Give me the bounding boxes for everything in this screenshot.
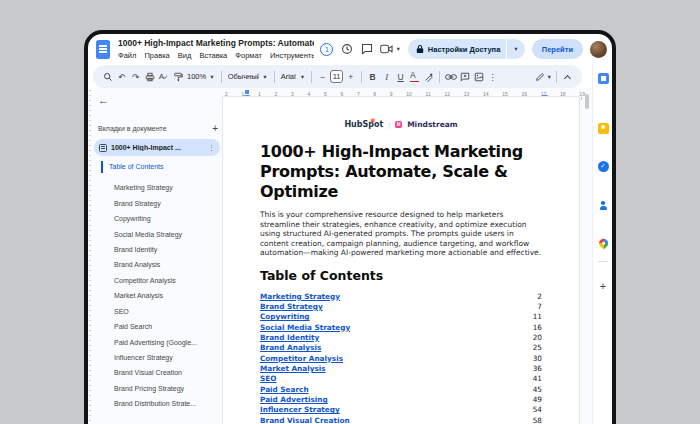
toc-link[interactable]: Brand Analysis	[260, 343, 321, 352]
toolbar-divider	[311, 71, 312, 83]
outline-item[interactable]: Competitor Analysis	[107, 273, 220, 288]
toolbar-divider	[361, 71, 362, 83]
tab-options-icon[interactable]: ⋮	[208, 144, 215, 152]
google-side-panel: ✓ +	[592, 62, 612, 424]
outline-item[interactable]: Paid Search	[107, 319, 220, 334]
hubspot-sprocket-icon: ✱	[370, 117, 375, 125]
add-comment-icon[interactable]	[458, 68, 471, 85]
toc-page-number: 11	[533, 312, 542, 321]
toc-link[interactable]: Brand Identity	[260, 333, 319, 342]
outline-item[interactable]: Paid Advertising (Google...	[107, 334, 220, 349]
highlight-color-icon[interactable]	[422, 68, 435, 85]
outline-item[interactable]: Brand Distribution Strate...	[107, 396, 220, 411]
google-contacts-icon[interactable]	[597, 200, 609, 212]
font-size-input[interactable]: 11	[330, 70, 343, 83]
user-avatar[interactable]	[590, 41, 607, 58]
toc-link[interactable]: Competitor Analysis	[260, 354, 343, 363]
toc-page-number: 16	[533, 323, 542, 332]
toc-row: Copywriting 11	[260, 312, 542, 322]
toc-link[interactable]: Influencer Strategy	[260, 405, 340, 414]
toc-link[interactable]: Paid Search	[260, 385, 309, 394]
editing-mode-pen-icon[interactable]: ▼	[535, 68, 552, 85]
outline-item[interactable]: Copywriting	[107, 211, 220, 226]
toc-link[interactable]: Marketing Strategy	[260, 292, 340, 301]
decrease-font-size-button[interactable]: −	[316, 68, 329, 85]
outline-item[interactable]: Marketing Strategy	[107, 180, 220, 195]
toc-row: Social Media Strategy 16	[260, 322, 542, 332]
back-arrow-icon[interactable]: ←	[98, 94, 109, 106]
chevron-down-icon: ▼	[262, 74, 267, 80]
collaborator-count-badge[interactable]: 1	[320, 43, 333, 56]
spellcheck-icon[interactable]: A✓	[157, 68, 170, 85]
menu-item[interactable]: Вид	[178, 51, 192, 60]
share-button[interactable]: Настройки Доступа ▼	[408, 39, 525, 59]
outline-item[interactable]: Brand Analysis	[107, 257, 220, 272]
google-calendar-icon[interactable]	[597, 72, 609, 84]
font-select[interactable]: Arial ▼	[279, 68, 307, 85]
outline-item[interactable]: Social Media Strategy	[107, 226, 220, 241]
toc-link[interactable]: Brand Visual Creation	[260, 416, 350, 424]
insert-image-icon[interactable]	[472, 68, 485, 85]
insert-link-icon[interactable]	[444, 68, 457, 85]
chevron-down-icon: ▼	[209, 74, 214, 80]
menu-item[interactable]: Формат	[235, 51, 262, 60]
undo-icon[interactable]: ↶	[115, 68, 128, 85]
document-page[interactable]: HubSpot ✱ | M Mindstream 1000+ High-Impa…	[222, 96, 580, 424]
document-title[interactable]: 1000+ High-Impact Marketing Prompts: Aut…	[118, 38, 314, 48]
outline-item[interactable]: Brand Visual Creation	[107, 365, 220, 380]
get-addons-plus-icon[interactable]: +	[597, 280, 609, 292]
toc-link[interactable]: Paid Advertising	[260, 395, 328, 404]
document-intro-paragraph: This is your comprehensive resource desi…	[260, 210, 542, 258]
google-tasks-icon[interactable]: ✓	[597, 160, 609, 172]
share-dropdown[interactable]: ▼	[506, 39, 524, 59]
menu-item[interactable]: Вставка	[199, 51, 227, 60]
vertical-scrollbar[interactable]	[585, 94, 589, 109]
outline-item[interactable]: Influencer Strategy	[107, 350, 220, 365]
bold-button[interactable]: B	[366, 68, 379, 85]
underline-button[interactable]: U	[394, 68, 407, 85]
menu-item[interactable]: Файл	[118, 51, 136, 60]
active-document-tab[interactable]: 1000+ High-Impact ... ⋮	[94, 139, 220, 156]
outline-item[interactable]: Market Analysis	[107, 288, 220, 303]
paragraph-style-select[interactable]: Обычный ... ▼	[226, 68, 270, 85]
version-history-icon[interactable]	[340, 43, 353, 56]
toc-row: Influencer Strategy 54	[260, 405, 542, 415]
google-keep-icon[interactable]	[597, 122, 609, 134]
outline-item[interactable]: SEO	[107, 304, 220, 319]
toc-link[interactable]: SEO	[260, 374, 276, 383]
go-button[interactable]: Перейти	[532, 39, 583, 59]
brand-logos: HubSpot ✱ | M Mindstream	[260, 119, 542, 129]
outline-item-active[interactable]: Table of Contents	[101, 161, 163, 173]
toc-link[interactable]: Market Analysis	[260, 364, 326, 373]
collapse-toolbar-icon[interactable]	[561, 68, 574, 85]
toc-link[interactable]: Social Media Strategy	[260, 323, 350, 332]
outline-item[interactable]: Brand Pricing Strategy	[107, 381, 220, 396]
paint-format-icon[interactable]	[171, 68, 184, 85]
redo-icon[interactable]: ↷	[129, 68, 142, 85]
search-menus-icon[interactable]	[101, 68, 114, 85]
zoom-select[interactable]: 100% ▼	[185, 68, 217, 85]
text-color-button[interactable]: A	[408, 68, 421, 85]
menu-item[interactable]: Инструменты	[270, 51, 314, 60]
menu-item[interactable]: Правка	[144, 51, 169, 60]
toc-page-number: 30	[533, 354, 542, 363]
google-docs-icon[interactable]	[96, 40, 110, 59]
meet-call-button[interactable]: ▼	[380, 44, 400, 54]
outline-item[interactable]: Brand Identity	[107, 242, 220, 257]
toc-link[interactable]: Copywriting	[260, 312, 310, 321]
google-maps-icon[interactable]	[597, 237, 609, 249]
increase-font-size-button[interactable]: +	[344, 68, 357, 85]
toolbar-divider	[221, 71, 222, 83]
toc-link[interactable]: Brand Strategy	[260, 302, 323, 311]
active-tab-label: 1000+ High-Impact ...	[111, 144, 204, 151]
lock-icon	[416, 44, 424, 54]
first-line-indent-marker[interactable]	[245, 90, 249, 94]
comments-icon[interactable]	[360, 43, 373, 56]
font-value: Arial	[281, 72, 296, 81]
more-options-icon[interactable]: ⋮	[486, 68, 499, 85]
italic-button[interactable]: I	[380, 68, 393, 85]
side-panel-divider	[598, 261, 608, 262]
outline-item[interactable]: Brand Strategy	[107, 195, 220, 210]
add-tab-icon[interactable]: +	[212, 123, 218, 134]
print-icon[interactable]	[143, 68, 156, 85]
